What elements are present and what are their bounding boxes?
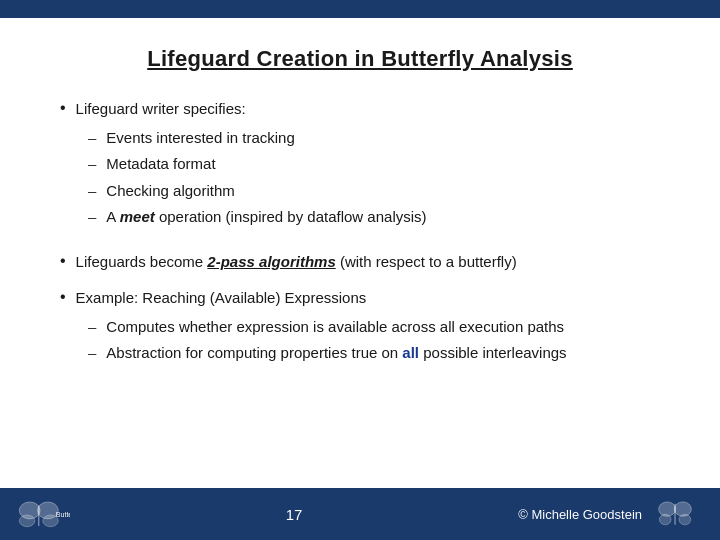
- sub-items-1: – Events interested in tracking – Metada…: [88, 127, 660, 229]
- meet-word: meet: [120, 208, 155, 225]
- sub-item-computes: – Computes whether expression is availab…: [88, 316, 660, 339]
- sub-text-computes: Computes whether expression is available…: [106, 316, 564, 339]
- footer-right: © Michelle Goodstein: [518, 496, 702, 532]
- sub-text-metadata: Metadata format: [106, 153, 215, 176]
- butterfly-icon-left: Butterfly Analysis: [18, 496, 70, 532]
- footer-copyright: © Michelle Goodstein: [518, 507, 642, 522]
- all-word: all: [402, 344, 419, 361]
- dash-4: –: [88, 206, 96, 229]
- svg-point-7: [659, 514, 671, 524]
- dash-3: –: [88, 180, 96, 203]
- content-area: • Lifeguard writer specifies: – Events i…: [0, 90, 720, 540]
- sub-item-events: – Events interested in tracking: [88, 127, 660, 150]
- svg-point-1: [19, 515, 35, 527]
- title-area: Lifeguard Creation in Butterfly Analysis: [0, 18, 720, 90]
- bullet-text-2: Lifeguards become 2-pass algorithms (wit…: [76, 251, 517, 274]
- bullet-text-1: Lifeguard writer specifies:: [76, 98, 246, 121]
- slide-container: Lifeguard Creation in Butterfly Analysis…: [0, 0, 720, 540]
- sub-items-example: – Computes whether expression is availab…: [88, 316, 660, 365]
- bullet-dot-1: •: [60, 99, 66, 117]
- sub-text-events: Events interested in tracking: [106, 127, 294, 150]
- dash-2: –: [88, 153, 96, 176]
- footer: Butterfly Analysis 17 © Michelle Goodste…: [0, 488, 720, 540]
- slide-title: Lifeguard Creation in Butterfly Analysis: [147, 46, 573, 71]
- top-bar: [0, 0, 720, 18]
- bullet-item-1: • Lifeguard writer specifies:: [60, 98, 660, 121]
- bullet-dot-3: •: [60, 288, 66, 306]
- sub-item-metadata: – Metadata format: [88, 153, 660, 176]
- butterfly-icon-right: [650, 496, 702, 532]
- svg-point-9: [679, 514, 691, 524]
- sub-item-meet: – A meet operation (inspired by dataflow…: [88, 206, 660, 229]
- example-section: • Example: Reaching (Available) Expressi…: [60, 287, 660, 365]
- bullet-item-example: • Example: Reaching (Available) Expressi…: [60, 287, 660, 310]
- svg-point-6: [659, 502, 676, 516]
- sub-text-checking: Checking algorithm: [106, 180, 234, 203]
- bullet-section-1: • Lifeguard writer specifies: – Events i…: [60, 98, 660, 229]
- svg-point-8: [674, 502, 691, 516]
- bullet-dot-2: •: [60, 252, 66, 270]
- bullet-text-example: Example: Reaching (Available) Expression…: [76, 287, 367, 310]
- footer-left: Butterfly Analysis: [18, 496, 70, 532]
- dash-1: –: [88, 127, 96, 150]
- sub-item-checking: – Checking algorithm: [88, 180, 660, 203]
- sub-item-abstraction: – Abstraction for computing properties t…: [88, 342, 660, 365]
- two-pass-label: 2-pass algorithms: [207, 253, 335, 270]
- footer-page: 17: [286, 506, 303, 523]
- dash-6: –: [88, 342, 96, 365]
- bullet-item-2: • Lifeguards become 2-pass algorithms (w…: [60, 251, 660, 274]
- sub-text-abstraction: Abstraction for computing properties tru…: [106, 342, 566, 365]
- dash-5: –: [88, 316, 96, 339]
- sub-text-meet: A meet operation (inspired by dataflow a…: [106, 206, 426, 229]
- svg-text:Butterfly Analysis: Butterfly Analysis: [56, 511, 70, 519]
